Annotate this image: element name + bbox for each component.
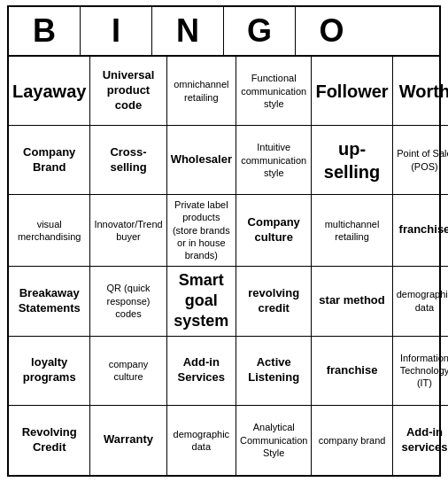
bingo-grid: LayawayUniversal product codeomnichannel…	[9, 57, 439, 475]
cell-18: Breakaway Statements	[9, 267, 90, 337]
bingo-card: BINGO LayawayUniversal product codeomnic…	[7, 5, 441, 477]
cell-27: Active Listening	[236, 337, 312, 406]
cell-35: Add-in services	[393, 406, 448, 475]
cell-21: revolving credit	[236, 267, 312, 337]
cell-15: Company culture	[236, 195, 312, 266]
cell-4: Follower	[312, 57, 392, 126]
cell-6: Company Brand	[9, 126, 90, 195]
cell-19: QR (quick response) codes	[90, 267, 166, 337]
cell-5: Worth	[393, 57, 448, 126]
cell-13: Innovator/Trend buyer	[90, 195, 166, 266]
cell-7: Cross-selling	[90, 126, 166, 195]
bingo-letter-I: I	[81, 7, 152, 55]
bingo-letter-B: B	[9, 7, 81, 55]
bingo-letter-G: G	[224, 7, 296, 55]
cell-26: Add-in Services	[167, 337, 236, 406]
cell-34: company brand	[312, 406, 392, 475]
cell-8: Wholesaler	[167, 126, 236, 195]
cell-31: Warranty	[90, 406, 166, 475]
cell-14: Private label products (store brands or …	[167, 195, 236, 266]
cell-20: Smart goal system	[167, 267, 236, 337]
cell-11: Point of Sale (POS)	[393, 126, 448, 195]
cell-12: visual merchandising	[9, 195, 90, 266]
cell-23: demographic data	[393, 267, 448, 337]
cell-2: omnichannel retailing	[167, 57, 236, 126]
cell-33: Analytical Communication Style	[236, 406, 312, 475]
bingo-letter-N: N	[152, 7, 224, 55]
cell-0: Layaway	[9, 57, 90, 126]
cell-25: company culture	[90, 337, 166, 406]
cell-3: Functional communication style	[236, 57, 312, 126]
cell-16: multichannel retailing	[312, 195, 392, 266]
cell-24: loyalty programs	[9, 337, 90, 406]
bingo-header: BINGO	[9, 7, 439, 57]
cell-17: franchise	[393, 195, 448, 266]
cell-29: Information Technology (IT)	[393, 337, 448, 406]
cell-1: Universal product code	[90, 57, 166, 126]
cell-28: franchise	[312, 337, 392, 406]
cell-30: Revolving Credit	[9, 406, 90, 475]
cell-9: Intuitive communication style	[236, 126, 312, 195]
cell-10: up-selling	[312, 126, 392, 195]
cell-32: demographic data	[167, 406, 236, 475]
cell-22: star method	[312, 267, 392, 337]
bingo-letter-O: O	[296, 7, 367, 55]
